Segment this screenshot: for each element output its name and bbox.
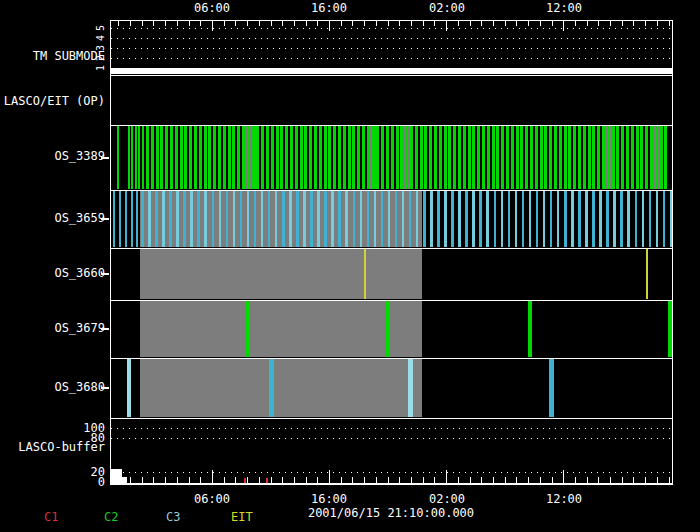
top-axis-tick [224, 21, 225, 26]
bottom-axis-tick [376, 477, 377, 483]
top-axis-tick [142, 21, 143, 26]
top-axis-tick [399, 21, 400, 26]
top-axis-tick [552, 21, 553, 26]
os-3389-bar [660, 126, 663, 189]
os-3389-bar [338, 126, 341, 189]
top-axis-tick [598, 21, 599, 26]
os-3389-bar [626, 126, 629, 189]
os-3389-bar [142, 126, 144, 189]
os-3389-bar [131, 126, 133, 189]
os-3389-bar [304, 126, 307, 189]
os-3659-bar [388, 191, 391, 247]
os-3659-bar [131, 191, 133, 247]
os-3389-bar [602, 126, 605, 189]
os-3389-bar [607, 126, 610, 189]
os-3659-bar [451, 191, 454, 247]
os-3660-axis-tick [101, 273, 109, 275]
os-3659-highlight-block [140, 191, 422, 247]
bottom-axis-tick [177, 477, 178, 483]
os-3389-bar [640, 126, 643, 189]
os-3680-bar [269, 359, 274, 417]
top-axis-tick [493, 21, 494, 26]
bottom-axis-tick [153, 477, 154, 483]
os-3659-bar [395, 191, 398, 247]
os-3389-bar [204, 126, 207, 189]
os-3659-bar [162, 191, 165, 247]
top-axis-tick [610, 21, 611, 26]
os-3389-bar [650, 126, 653, 189]
os-3659-bar [585, 191, 588, 247]
top-axis-tick [563, 21, 564, 31]
os-3389-bar [290, 126, 293, 189]
os-3389-bar [156, 126, 159, 189]
os-3659-bar [409, 191, 412, 247]
lasco-planning-timeline: 06:00 16:00 02:00 12:00 06:00 16:00 02:0… [0, 0, 700, 532]
bottom-axis-tick [552, 477, 553, 483]
os-3389-bar [621, 126, 624, 189]
os-3659-bar [136, 191, 138, 247]
os-3659-bar [119, 191, 121, 247]
bottom-axis-tick [224, 477, 225, 483]
legend-item-c1: C1 [44, 511, 58, 524]
top-axis-tick [587, 21, 588, 26]
os-3389-highlight-block [243, 126, 257, 189]
os-3389-bar [333, 126, 336, 189]
top-axis-tick [271, 21, 272, 26]
top-axis-tick [516, 21, 517, 26]
os-3389-bar [472, 126, 475, 189]
os-3389-bar [357, 126, 360, 189]
os-3659-bar [219, 191, 222, 247]
bottom-axis-tick [388, 477, 389, 483]
os-3680-bar [549, 359, 554, 417]
os-3389-bar [578, 126, 581, 189]
os-3659-bar [282, 191, 285, 247]
os-3389-bar [309, 126, 312, 189]
os-3659-bar [148, 191, 151, 247]
bottom-axis-line [110, 483, 673, 485]
os-3389-bar [559, 126, 562, 189]
os-3659-bar [578, 191, 581, 247]
bottom-axis-tick [434, 477, 435, 483]
os-3389-bar [506, 126, 509, 189]
os-3659-bar [606, 191, 609, 247]
buffer-level-fill [122, 477, 127, 483]
bottom-axis-tick [493, 477, 494, 483]
os-3659-bar [543, 191, 546, 247]
submode-gridline [111, 48, 671, 49]
os-3659-bar [310, 191, 313, 247]
os-3659-bar [303, 191, 306, 247]
os-3389-bar [444, 126, 447, 189]
top-axis-tick [575, 21, 576, 26]
top-axis-label: 16:00 [304, 2, 354, 15]
os-3389-bar [247, 126, 250, 189]
os-3659-bar [125, 191, 127, 247]
row-label-os-3679: OS_3679 [0, 322, 105, 335]
os-3389-bar [516, 126, 519, 189]
os-3659-bar [176, 191, 179, 247]
os-3680-highlight-block [140, 359, 422, 417]
os-3389-bar [420, 126, 423, 189]
top-axis-tick [212, 21, 213, 31]
os-3660-bar [364, 249, 366, 299]
os-3389-bar [372, 126, 375, 189]
os-3389-bar [189, 126, 192, 189]
os-3659-bar [649, 191, 652, 247]
os-3660-highlight-block [140, 249, 422, 299]
os-3659-bar [486, 191, 489, 247]
top-axis-tick [294, 21, 295, 26]
os-3659-bar [169, 191, 172, 247]
os-3660-bar [646, 249, 648, 299]
os-3659-bar [663, 191, 666, 247]
bottom-axis-tick [189, 477, 190, 483]
buffer-ytick-80: 80 [0, 432, 105, 445]
os-3659-bar [360, 191, 363, 247]
bottom-axis-tick [540, 477, 541, 483]
os-3389-bar [128, 126, 130, 189]
top-axis-tick [481, 21, 482, 26]
os-3389-bar [367, 126, 370, 189]
top-axis-tick [470, 21, 471, 26]
os-3659-bar [331, 191, 334, 247]
top-axis-tick [657, 21, 658, 26]
os-3659-bar [620, 191, 623, 247]
row-label-os-3680: OS_3680 [0, 381, 105, 394]
